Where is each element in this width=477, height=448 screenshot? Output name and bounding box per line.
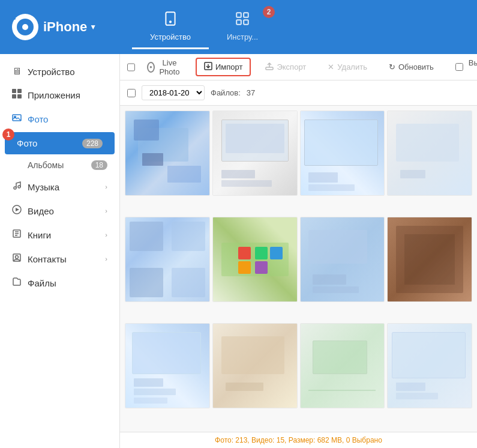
filter-checkbox[interactable] — [127, 89, 136, 97]
sidebar-label-albums: Альбомы — [28, 160, 64, 170]
sidebar-label-music: Музыка — [28, 182, 59, 192]
delete-button[interactable]: ✕ Удалить — [320, 59, 374, 74]
contacts-chevron: › — [105, 255, 107, 262]
sidebar-item-video[interactable]: Видео › — [0, 199, 119, 223]
svg-point-21 — [16, 256, 19, 259]
live-photo-button[interactable]: ● Live Photo — [140, 55, 188, 79]
sidebar-item-files[interactable]: Файлы — [0, 271, 119, 295]
export-button[interactable]: Экспорт — [258, 59, 313, 75]
filter-bar: 2018-01-20 Файлов: 37 — [120, 80, 477, 106]
music-icon — [12, 181, 22, 193]
content-area: ● Live Photo Импорт — [120, 54, 477, 448]
sidebar-item-music[interactable]: Музыка › — [0, 175, 119, 199]
sidebar-item-photos-active[interactable]: 1 Фото 228 — [5, 132, 115, 154]
device-icon — [163, 11, 178, 30]
date-filter[interactable]: 2018-01-20 — [142, 85, 205, 100]
toolbar: ● Live Photo Импорт — [120, 54, 477, 80]
sidebar-label-apps: Приложения — [28, 90, 80, 100]
video-chevron: › — [105, 207, 107, 214]
svg-rect-8 — [12, 94, 16, 98]
svg-rect-4 — [236, 20, 241, 25]
delete-icon: ✕ — [328, 62, 334, 71]
sidebar-label-photos: Фото — [28, 114, 48, 124]
status-bar: Фото: 213, Видео: 15, Размер: 682 МВ, 0 … — [120, 432, 477, 448]
photo-cell-10[interactable] — [212, 323, 298, 408]
main-layout: 🖥 Устройство Приложения — [0, 54, 477, 448]
svg-rect-2 — [236, 13, 241, 17]
photo-cell-2[interactable] — [212, 110, 298, 196]
photo-cell-7[interactable] — [300, 217, 385, 302]
import-button[interactable]: Импорт — [196, 58, 251, 76]
files-count: 37 — [247, 88, 255, 97]
sidebar-label-contacts: Контакты — [28, 254, 67, 264]
svg-rect-23 — [266, 67, 273, 70]
app-logo — [12, 14, 38, 40]
logo-area: iPhone ▼ — [12, 14, 108, 40]
photo-cell-5[interactable] — [125, 217, 210, 302]
photo-cell-6[interactable] — [212, 217, 298, 302]
photo-cell-3[interactable] — [300, 110, 385, 196]
sidebar-label-books: Книги — [28, 230, 51, 240]
badge-1: 1 — [2, 129, 14, 141]
books-chevron: › — [105, 231, 107, 238]
sidebar-item-photos-section[interactable]: Фото — [0, 107, 119, 131]
tab-tools-label: Инстру... — [227, 32, 258, 41]
sidebar-item-books[interactable]: Книги › — [0, 223, 119, 247]
sidebar-label-device: Устройство — [28, 67, 74, 77]
music-chevron: › — [105, 183, 107, 190]
files-label: Файлов: — [211, 88, 241, 97]
device-name[interactable]: iPhone ▼ — [43, 19, 97, 35]
photo-cell-9[interactable] — [125, 323, 210, 408]
svg-rect-9 — [17, 94, 22, 98]
files-icon — [12, 277, 22, 289]
photo-cell-11[interactable] — [300, 323, 385, 408]
photo-cell-8[interactable] — [387, 217, 472, 302]
nav-tabs: Устройство Инстру... 2 — [132, 5, 276, 49]
svg-rect-0 — [166, 12, 175, 25]
apps-icon — [12, 89, 22, 101]
live-photo-icon: ● — [147, 62, 155, 73]
select-all-button[interactable]: Выбрать все — [448, 55, 477, 79]
sidebar-item-contacts[interactable]: Контакты › — [0, 247, 119, 271]
photos-active-badge: 228 — [82, 139, 103, 148]
tab-tools[interactable]: Инстру... 2 — [209, 5, 276, 49]
video-icon — [12, 205, 22, 217]
photos-section-icon — [12, 113, 22, 125]
svg-marker-15 — [16, 208, 19, 211]
photos-active-label: Фото — [17, 138, 37, 148]
contacts-icon — [12, 253, 22, 265]
import-icon — [204, 62, 212, 72]
refresh-button[interactable]: ↻ Обновить — [382, 59, 441, 74]
sidebar-item-albums[interactable]: Альбомы 18 — [0, 156, 119, 175]
svg-rect-5 — [244, 20, 248, 25]
sidebar-label-video: Видео — [28, 206, 54, 216]
sidebar-item-device[interactable]: 🖥 Устройство — [0, 60, 119, 83]
refresh-icon: ↻ — [389, 62, 395, 71]
select-all-checkbox[interactable] — [455, 63, 463, 71]
device-sidebar-icon: 🖥 — [12, 66, 22, 77]
photo-cell-4[interactable] — [387, 110, 472, 196]
tab-device[interactable]: Устройство — [132, 5, 209, 49]
checkbox-all[interactable] — [127, 63, 135, 71]
sidebar-item-apps[interactable]: Приложения — [0, 83, 119, 107]
sidebar-label-files: Файлы — [28, 278, 56, 288]
chevron-down-icon: ▼ — [89, 23, 97, 31]
photo-grid — [120, 106, 477, 432]
svg-rect-6 — [12, 89, 16, 93]
status-text: Фото: 213, Видео: 15, Размер: 682 МВ, 0 … — [215, 436, 382, 444]
badge-2: 2 — [263, 6, 275, 18]
svg-rect-3 — [244, 13, 248, 17]
sidebar: 🖥 Устройство Приложения — [0, 54, 120, 448]
photo-cell-1[interactable] — [125, 110, 210, 196]
tools-icon — [235, 11, 250, 30]
tab-device-label: Устройство — [150, 32, 191, 41]
svg-point-1 — [170, 21, 171, 22]
header: iPhone ▼ Устройство Инстр — [0, 0, 477, 54]
photo-cell-12[interactable] — [387, 323, 472, 408]
albums-badge: 18 — [91, 160, 107, 170]
books-icon — [12, 229, 22, 241]
svg-rect-7 — [17, 89, 22, 93]
export-icon — [265, 62, 274, 72]
